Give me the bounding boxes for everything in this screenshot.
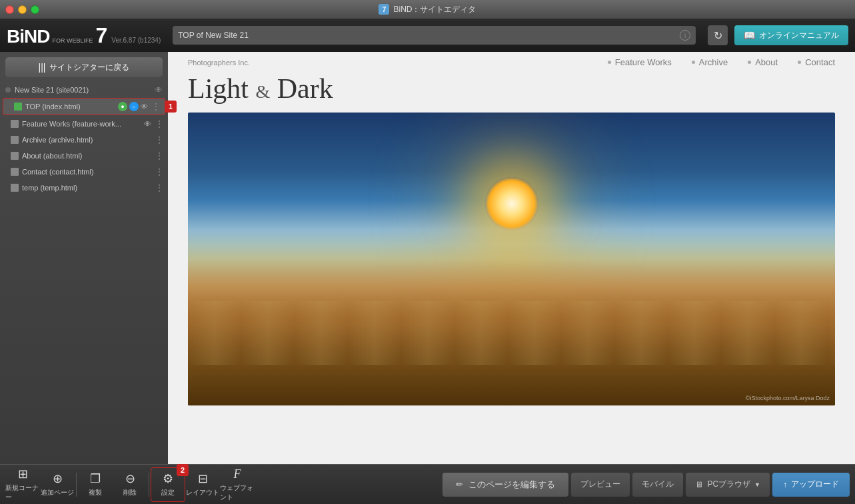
info-icon[interactable]: i [680,30,690,41]
back-icon: ||| [39,62,46,73]
hero-sun [485,177,538,230]
page-label: About (about.html) [22,152,153,160]
toolbar-right: ✏ このページを編集する プレビュー モバイル 🖥 PCブラウザ ▼ ↑ アップ… [442,473,850,497]
mobile-button[interactable]: モバイル [632,473,683,497]
preview-button[interactable]: プレビュー [571,473,630,497]
page-badges: ⋮ [153,182,164,193]
page-item-contact[interactable]: Contact (contact.html) ⋮ [0,164,168,180]
page-badges: ⋮ [153,166,164,177]
nav-label: Archive [699,57,728,67]
page-icon [14,103,22,111]
pc-browser-label: PCブラウザ [707,479,750,490]
bind-version-num: 7 [95,23,107,48]
page-label: Contact (contact.html) [22,168,153,176]
nav-item-featureworks: Feature Works [608,57,672,67]
page-badges: ● ○ 👁 ⋮ [118,101,161,112]
hero-cloud-layer [188,301,835,366]
page-item-archive[interactable]: Archive (archive.html) ⋮ [0,132,168,148]
preview-site-header: Photographers Inc. Feature Works Archive… [168,52,855,67]
page-label: TOP (index.html) [25,103,118,111]
nav-item-about: About [748,57,778,67]
more-icon[interactable]: ⋮ [155,166,164,177]
edit-page-button[interactable]: ✏ このページを編集する [442,473,568,497]
app-header: BiND FOR WEBLIFE 7 Ver.6.87 (b1234) TOP … [0,19,855,52]
bind-version: Ver.6.87 (b1234) [111,37,161,44]
main-layout: ||| サイトシアターに戻る New Site 21 (site0021) 👁 … [0,52,855,464]
pc-browser-button[interactable]: 🖥 PCブラウザ ▼ [686,473,770,497]
page-item-temp[interactable]: temp (temp.html) ⋮ [0,180,168,196]
chevron-down-icon: ▼ [754,481,760,488]
add-page-icon: ⊕ [53,471,63,486]
online-manual-button[interactable]: 📖 オンラインマニュアル [734,25,848,45]
page-item-featureworks[interactable]: Feature Works (feature-work... 👁 ⋮ [0,116,168,132]
more-icon[interactable]: ⋮ [155,182,164,193]
preview-brand: Photographers Inc. [188,59,250,67]
layout-button[interactable]: ⊟ レイアウト [185,467,220,502]
eye-icon[interactable]: 👁 [141,103,148,111]
new-corner-icon: ⊞ [18,467,28,481]
window-controls [5,5,39,14]
new-corner-label: 新規コーナー [5,483,40,502]
delete-icon: ⊖ [125,471,135,486]
bind-logo-text: BiND [7,26,49,47]
upload-label: アップロード [791,479,839,490]
delete-button[interactable]: ⊖ 削除 [113,467,147,502]
title-bar-text: 7 BiND：サイトエディタ [379,4,476,15]
page-icon [11,120,19,128]
page-badges: ⋮ [153,134,164,145]
back-button-label: サイトシアターに戻る [49,62,129,73]
minimize-button[interactable] [18,5,27,14]
more-icon[interactable]: ⋮ [155,134,164,145]
page-icon [11,136,19,144]
more-icon[interactable]: ⋮ [151,101,161,112]
new-corner-button[interactable]: ⊞ 新規コーナー [5,467,40,502]
online-manual-label: オンラインマニュアル [759,30,839,41]
edit-icon: ✏ [456,479,463,489]
close-button[interactable] [5,5,14,14]
page-item-top[interactable]: TOP (index.html) ● ○ 👁 ⋮ 1 [3,98,165,115]
sidebar: ||| サイトシアターに戻る New Site 21 (site0021) 👁 … [0,52,168,464]
webfont-label: ウェブフォント [220,483,255,502]
url-bar[interactable]: TOP of New Site 21 i [173,26,696,45]
page-icon [11,168,19,176]
back-to-theater-button[interactable]: ||| サイトシアターに戻る [5,57,163,77]
layout-icon: ⊟ [198,471,208,486]
refresh-button[interactable]: ↻ [708,25,728,45]
eye-icon[interactable]: 👁 [144,120,151,128]
monitor-icon: 🖥 [695,480,703,489]
page-item-about[interactable]: About (about.html) ⋮ [0,148,168,164]
nav-dot [608,61,611,64]
site-row: New Site 21 (site0021) 👁 [0,83,168,97]
site-visibility-icon[interactable]: 👁 [155,85,163,95]
hero-credit: ©iStockphoto.com/Larysa Dodz [746,395,830,401]
nav-item-contact: Contact [798,57,835,67]
upload-button[interactable]: ↑ アップロード [772,473,850,497]
step-1-badge: 1 [165,101,177,113]
preview-site-title: Light & Dark [188,73,835,105]
webfont-button[interactable]: F ウェブフォント [220,467,255,502]
manual-icon: 📖 [744,30,755,41]
add-page-button[interactable]: ⊕ 追加ページ [40,467,75,502]
preview-area: Photographers Inc. Feature Works Archive… [168,52,855,464]
edit-page-label: このページを編集する [468,479,555,491]
webfont-icon: F [234,467,241,481]
nav-label: Feature Works [615,57,672,67]
page-label: Archive (archive.html) [22,136,153,144]
settings-icon: ⚙ [163,471,173,486]
mobile-label: モバイル [642,479,674,490]
preview-nav: Feature Works Archive About Contact [608,57,835,67]
settings-button[interactable]: ⚙ 設定 2 [151,467,185,502]
title-bar: 7 BiND：サイトエディタ [0,0,855,19]
duplicate-button[interactable]: ❐ 複製 [78,467,113,502]
nav-label: About [755,57,778,67]
maximize-button[interactable] [31,5,39,14]
preview-label: プレビュー [580,479,620,490]
bind-logo: BiND FOR WEBLIFE 7 Ver.6.87 (b1234) [7,23,161,48]
hero-clouds [188,244,835,405]
duplicate-icon: ❐ [90,471,101,486]
more-icon[interactable]: ⋮ [155,119,164,129]
preview-site-title-area: Light & Dark [168,67,855,113]
page-badges: 👁 ⋮ [144,119,164,129]
app-icon: 7 [379,4,389,15]
more-icon[interactable]: ⋮ [155,150,164,161]
